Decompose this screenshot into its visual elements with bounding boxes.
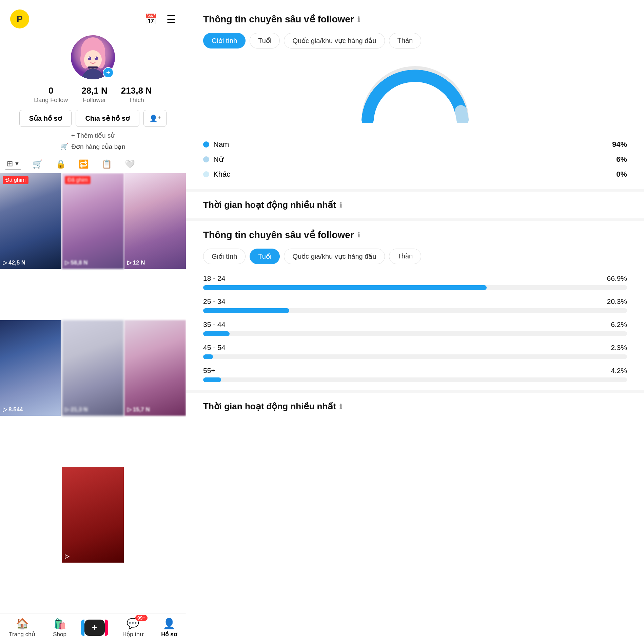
- tab-country-2[interactable]: Quốc gia/khu vực hàng đầu: [284, 249, 385, 264]
- nav-plus[interactable]: +: [84, 620, 105, 636]
- views-7: ▷: [65, 553, 69, 560]
- share-profile-button[interactable]: Chia sẻ hồ sơ: [76, 110, 139, 127]
- bar-35-44: 35 - 44 6.2%: [203, 320, 627, 336]
- label-nu: Nữ: [213, 155, 223, 164]
- top-bar-actions: 📅 ☰: [144, 13, 176, 25]
- section4-title: Thời gian hoạt động nhiều nhất ℹ: [203, 401, 627, 412]
- heart-outline-icon: 🤍: [125, 159, 135, 169]
- tab-than-2[interactable]: Thàn: [389, 249, 422, 264]
- profile-section: + 0 Đang Follow 28,1 N Follower 213,8 N …: [0, 32, 186, 155]
- video-item-4[interactable]: ▷ 8.544: [0, 320, 61, 416]
- play-icon-7: ▷: [65, 553, 69, 560]
- tab-gender-active[interactable]: Giới tính: [203, 33, 246, 48]
- stat-likes: 213,8 N Thích: [121, 85, 152, 104]
- age-range-5: 55+: [203, 367, 215, 375]
- bar-fill-4: [203, 354, 213, 359]
- bar-track-4: [203, 354, 627, 359]
- video-item-3[interactable]: ▷ 12 N: [124, 173, 186, 269]
- video-item-7[interactable]: ▷: [62, 467, 123, 563]
- views-1: ▷ 42,5 N: [3, 259, 25, 266]
- value-nu: 6%: [616, 155, 627, 164]
- pinned-label-1: Đã ghim: [3, 176, 28, 184]
- dropdown-arrow: ▼: [14, 161, 20, 167]
- section3-title: Thông tin chuyên sâu về follower ℹ: [203, 229, 627, 240]
- tab-repost[interactable]: 🔁: [77, 158, 90, 170]
- tab-age-1[interactable]: Tuổi: [250, 33, 280, 48]
- followers-value: 28,1 N: [81, 85, 108, 96]
- edit-profile-button[interactable]: Sửa hồ sơ: [19, 110, 72, 127]
- avatar-plus-button[interactable]: +: [103, 67, 114, 78]
- tab-gender-2[interactable]: Giới tính: [203, 249, 246, 264]
- play-icon-3: ▷: [127, 259, 132, 266]
- create-button[interactable]: +: [84, 620, 105, 636]
- section1-title: Thông tin chuyên sâu về follower ℹ: [203, 14, 627, 25]
- age-value-4: 2.3%: [611, 344, 627, 352]
- nav-inbox[interactable]: 💬 99+ Hộp thư: [122, 618, 143, 638]
- play-icon-2: ▷: [65, 259, 69, 266]
- label-nam: Nam: [213, 140, 229, 149]
- bar-track-5: [203, 377, 627, 382]
- dot-khac: [203, 171, 209, 177]
- tab-grid[interactable]: ⊞ ▼: [5, 158, 21, 170]
- views-3: ▷ 12 N: [127, 259, 145, 266]
- tab-than-1[interactable]: Thàn: [389, 33, 422, 48]
- info-icon-4[interactable]: ℹ: [339, 403, 342, 411]
- section2-title: Thời gian hoạt động nhiều nhất ℹ: [203, 200, 627, 210]
- bar-18-24: 18 - 24 66.9%: [203, 274, 627, 290]
- following-value: 0: [48, 85, 53, 96]
- divider-2: [186, 218, 644, 221]
- age-bar-chart: 18 - 24 66.9% 25 - 34 20.3% 35 - 44 6.2%: [203, 274, 627, 382]
- nav-shop[interactable]: 🛍️ Shop: [53, 618, 66, 638]
- repost-icon: 🔁: [79, 159, 89, 169]
- age-value-1: 66.9%: [607, 274, 627, 282]
- video-item-1[interactable]: Đã ghim ▷ 42,5 N: [0, 173, 61, 269]
- orders-link[interactable]: 🛒 Đơn hàng của bạn: [60, 143, 125, 151]
- tab-country-1[interactable]: Quốc gia/khu vực hàng đầu: [284, 33, 385, 48]
- cart-icon: 🛒: [60, 143, 69, 151]
- lock-icon: 🔒: [56, 159, 66, 169]
- video-item-5[interactable]: ▷ 21,3 N: [62, 320, 123, 416]
- bar-fill-2: [203, 308, 289, 313]
- value-nam: 94%: [612, 140, 627, 149]
- dot-nu: [203, 156, 209, 162]
- home-label: Trang chủ: [9, 631, 35, 638]
- video-item-6[interactable]: ▷ 15,7 N: [124, 320, 186, 416]
- age-value-5: 4.2%: [611, 367, 627, 375]
- tab-liked[interactable]: 🤍: [123, 158, 136, 170]
- dot-nam: [203, 141, 209, 148]
- bottom-nav: 🏠 Trang chủ 🛍️ Shop + 💬 99+ Hộp thư 👤 Hồ…: [0, 613, 186, 644]
- info-icon-3[interactable]: ℹ: [357, 231, 360, 239]
- menu-icon[interactable]: ☰: [167, 13, 176, 25]
- tab-shop[interactable]: 🛒: [31, 158, 44, 170]
- grid-icon: ⊞: [7, 159, 13, 168]
- add-bio-link[interactable]: + Thêm tiểu sử: [71, 132, 115, 139]
- views-4: ▷ 8.544: [3, 406, 23, 413]
- info-icon-2[interactable]: ℹ: [339, 201, 342, 209]
- add-friend-button[interactable]: 👤+: [143, 110, 167, 127]
- inbox-badge: 99+: [135, 615, 148, 621]
- tab-private[interactable]: 🔒: [54, 158, 67, 170]
- nav-home[interactable]: 🏠 Trang chủ: [9, 618, 35, 638]
- tab-tagged[interactable]: 📋: [100, 158, 113, 170]
- premium-badge[interactable]: P: [10, 9, 29, 28]
- stat-following: 0 Đang Follow: [34, 85, 68, 104]
- bar-fill-1: [203, 285, 487, 290]
- nav-profile[interactable]: 👤 Hồ sơ: [161, 618, 177, 638]
- video-item-2[interactable]: Đã ghim ▷ 58,8 N: [62, 173, 123, 269]
- likes-value: 213,8 N: [121, 85, 152, 96]
- action-buttons: Sửa hồ sơ Chia sẻ hồ sơ 👤+: [19, 110, 167, 127]
- gender-chart: [203, 59, 627, 130]
- shop-nav-icon: 🛍️: [54, 618, 66, 630]
- info-icon-1[interactable]: ℹ: [357, 15, 360, 23]
- add-friend-icon: 👤+: [149, 115, 161, 122]
- calendar-icon[interactable]: 📅: [144, 13, 157, 25]
- video-grid: Đã ghim ▷ 42,5 N Đã ghim ▷ 58,8 N ▷ 12 N…: [0, 173, 186, 613]
- tab-age-active[interactable]: Tuổi: [250, 249, 280, 264]
- views-5: ▷ 21,3 N: [65, 406, 87, 413]
- legend-khac: Khác 0%: [203, 170, 627, 179]
- right-panel: Thông tin chuyên sâu về follower ℹ Giới …: [186, 0, 644, 644]
- shop-tab-icon: 🛒: [33, 159, 43, 169]
- svg-point-4: [84, 50, 102, 69]
- following-label: Đang Follow: [34, 97, 68, 104]
- legend-nu: Nữ 6%: [203, 155, 627, 164]
